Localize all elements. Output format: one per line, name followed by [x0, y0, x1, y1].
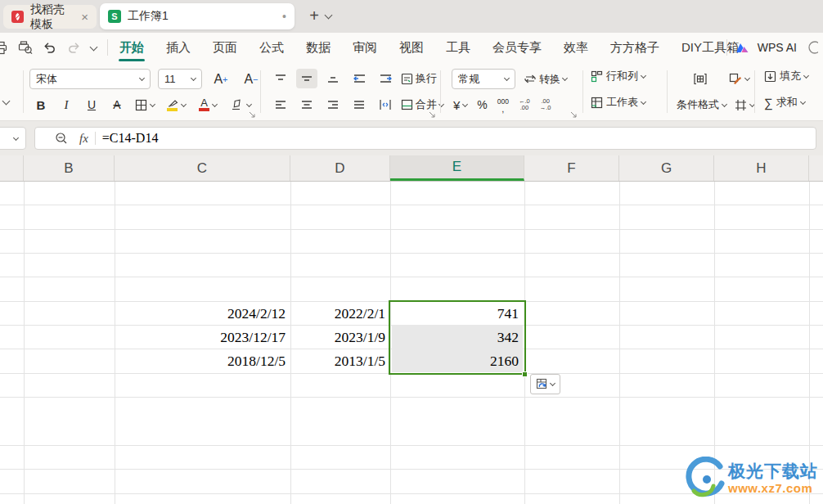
wrap-text-button[interactable]: 换行 — [401, 69, 437, 88]
percent-button[interactable]: % — [477, 95, 487, 115]
table-style-button[interactable] — [735, 95, 754, 115]
number-format-select[interactable]: 常规 — [452, 69, 515, 89]
column-header-F[interactable]: F — [524, 155, 619, 181]
cell-format-button[interactable] — [690, 69, 711, 88]
menu-page[interactable]: 页面 — [213, 40, 237, 56]
menu-home[interactable]: 开始 — [119, 40, 144, 56]
column-header-partial[interactable] — [809, 155, 823, 181]
style-brush-button[interactable] — [729, 69, 749, 88]
dialog-launcher-icon[interactable] — [249, 111, 255, 118]
thousands-separator-button[interactable]: 000, — [497, 95, 509, 115]
decrease-indent-button[interactable] — [349, 69, 370, 88]
fill-color-button[interactable] — [163, 95, 189, 115]
chevron-down-icon — [803, 72, 809, 78]
column-header-C[interactable]: C — [115, 155, 290, 181]
menu-efficiency[interactable]: 效率 — [564, 40, 588, 56]
column-header-B[interactable]: B — [24, 155, 115, 181]
tab-list-chevron-icon[interactable] — [325, 11, 333, 20]
formula-input[interactable]: fx =C14-D14 — [34, 127, 816, 150]
separator — [95, 132, 96, 145]
close-icon[interactable]: × — [81, 11, 88, 23]
formula-text[interactable]: =C14-D14 — [102, 131, 159, 146]
worksheet-button[interactable]: 工作表 — [591, 95, 645, 110]
decrease-decimal-button[interactable]: ←.0 .00 — [519, 95, 530, 115]
grow-font-button[interactable]: A+ — [209, 70, 232, 89]
fill-options-button[interactable] — [530, 374, 560, 394]
menu-review[interactable]: 审阅 — [353, 40, 377, 56]
font-size-select[interactable]: 11 — [158, 69, 202, 89]
justify-button[interactable] — [349, 95, 370, 115]
fill-handle[interactable] — [522, 371, 528, 377]
wps-ai-button[interactable]: WPS AI — [758, 41, 797, 54]
dialog-launcher-icon[interactable] — [570, 111, 577, 118]
merge-cells-button[interactable]: 合并 — [401, 95, 443, 115]
new-tab-button[interactable]: + — [304, 7, 324, 25]
align-top-button[interactable] — [270, 69, 291, 88]
cell-C15[interactable]: 2023/12/17 — [115, 326, 286, 349]
conditional-format-button[interactable]: 条件格式 — [677, 95, 726, 115]
italic-button[interactable]: I — [56, 95, 76, 115]
menu-ffcell[interactable]: 方方格子 — [610, 40, 659, 56]
menu-insert[interactable]: 插入 — [166, 40, 191, 56]
fill-button[interactable]: 填充 — [764, 69, 808, 83]
chevron-down-icon — [641, 98, 646, 104]
font-color-button[interactable]: A — [195, 95, 221, 115]
column-header-partial[interactable] — [0, 155, 24, 181]
menu-member[interactable]: 会员专享 — [492, 40, 542, 56]
window-tab-bar: 找稻壳模板 × S 工作簿1 • + — [0, 0, 823, 33]
align-middle-button[interactable] — [296, 69, 317, 88]
font-color-letter: A — [199, 98, 209, 107]
align-right-button[interactable] — [322, 95, 344, 115]
column-header-H[interactable]: H — [714, 155, 809, 181]
rows-cols-button[interactable]: 行和列 — [591, 69, 645, 83]
menu-formulas[interactable]: 公式 — [259, 40, 284, 56]
site-watermark: 极光下载站 www.xz7.com — [682, 457, 818, 501]
align-center-button[interactable] — [296, 95, 317, 115]
tab-workbook1[interactable]: S 工作簿1 • — [100, 3, 295, 29]
chevron-down-icon — [744, 74, 750, 80]
bold-button[interactable]: B — [31, 95, 51, 115]
cell-D16[interactable]: 2013/1/5 — [290, 349, 385, 373]
sheet-grid[interactable]: 2024/2/12 2022/2/1 741 2023/12/17 2023/1… — [0, 182, 823, 504]
increase-decimal-button[interactable]: .00 →.0 — [540, 95, 551, 115]
undo-icon[interactable] — [43, 41, 56, 54]
print-icon[interactable] — [0, 41, 7, 55]
zoom-out-icon[interactable] — [55, 132, 68, 145]
shrink-font-button[interactable]: A− — [240, 70, 263, 89]
font-name-select[interactable]: 宋体 — [29, 69, 151, 89]
convert-button[interactable]: 转换 — [524, 70, 567, 89]
redo-icon[interactable] — [67, 41, 80, 54]
cell-D15[interactable]: 2023/1/9 — [290, 326, 385, 349]
separator — [260, 70, 261, 113]
column-header-G[interactable]: G — [619, 155, 714, 181]
menu-tools[interactable]: 工具 — [446, 40, 470, 56]
underline-button[interactable]: U — [82, 95, 101, 115]
menu-data[interactable]: 数据 — [306, 40, 331, 56]
quick-access-chevron-icon[interactable] — [90, 43, 98, 51]
text-orientation-button[interactable] — [375, 95, 396, 115]
selection-border — [389, 300, 526, 375]
sum-button[interactable]: ∑ 求和 — [764, 95, 805, 110]
tab-docer-templates[interactable]: 找稻壳模板 × — [3, 5, 97, 29]
sum-label: 求和 — [776, 95, 798, 110]
account-circle-icon[interactable] — [805, 40, 818, 55]
cell-D14[interactable]: 2022/2/1 — [290, 302, 385, 326]
name-box[interactable] — [0, 127, 26, 150]
dialog-launcher-icon[interactable] — [429, 111, 435, 118]
gridline — [809, 182, 810, 504]
align-bottom-button[interactable] — [322, 69, 344, 88]
paste-chevron-icon[interactable] — [2, 97, 11, 106]
column-header-E-selected[interactable]: E — [390, 155, 524, 181]
print-preview-icon[interactable] — [18, 41, 33, 55]
column-header-D[interactable]: D — [290, 155, 390, 181]
cell-C16[interactable]: 2018/12/5 — [115, 349, 286, 373]
fx-icon[interactable]: fx — [79, 132, 88, 146]
borders-button[interactable] — [133, 95, 157, 115]
increase-indent-button[interactable] — [375, 69, 396, 88]
currency-button[interactable]: ¥ — [453, 95, 467, 115]
menu-view[interactable]: 视图 — [399, 40, 424, 56]
cell-C14[interactable]: 2024/2/12 — [115, 302, 286, 326]
align-left-button[interactable] — [270, 95, 291, 115]
strikethrough-button[interactable]: A — [107, 95, 127, 115]
worksheet-label: 工作表 — [606, 95, 638, 110]
